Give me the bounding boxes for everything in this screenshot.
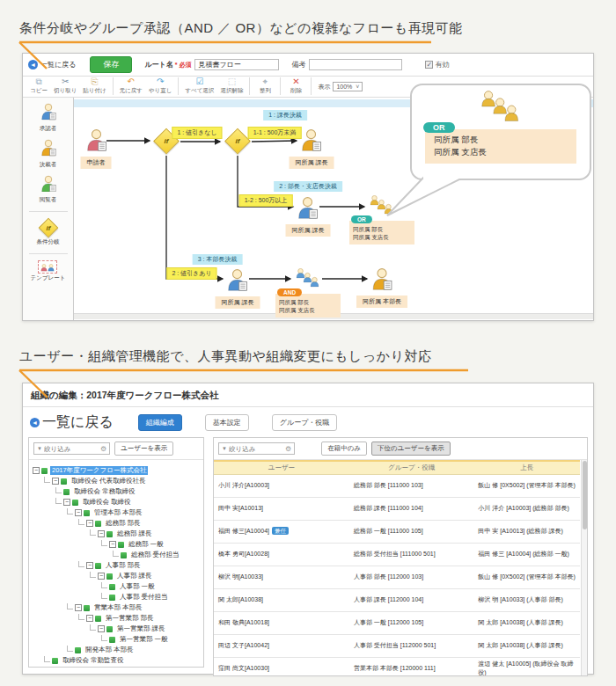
paste-button[interactable]: ⎘貼り付け [83, 77, 106, 95]
org-tab-bar: ◄ 一覧に戻る 組織編成基本設定グループ・役職 [23, 407, 593, 437]
org-unit-icon [95, 521, 101, 527]
tree-node[interactable]: 総務部 受付担当 [33, 550, 202, 560]
collapse-icon[interactable]: − [98, 530, 105, 537]
palette-item-3[interactable]: 閲覧者 [40, 175, 57, 205]
tree-node[interactable]: 取締役会 常勤監査役 [33, 655, 202, 666]
group-cell: 総務部 部長 [111000 103] [349, 474, 473, 497]
table-vertical-scrollbar[interactable] [581, 460, 587, 675]
table-row[interactable]: 小川 洋介[A10003]総務部 部長 [111000 103]飯山 修 [0X… [214, 474, 580, 497]
tree-node[interactable]: −営業本部 本部長 [33, 602, 202, 613]
table-row[interactable]: 柳沢 明[A10033]人事部 部長 [112000 103]飯山 修 [0X5… [214, 566, 580, 588]
enabled-checkbox[interactable]: ✓ 有効 [425, 60, 449, 69]
cut-icon: ✂ [62, 77, 69, 86]
palette-item-1[interactable]: 承認者 [40, 103, 57, 133]
tree-node[interactable]: −第一営業部 課長 [33, 624, 202, 634]
tree-node[interactable]: −総務部 部長 [33, 518, 202, 529]
redo-button[interactable]: ↷やり直し [149, 77, 172, 95]
tree-node[interactable]: 人事部 一般 [33, 581, 202, 592]
tree-node-label: 総務部 一般 [127, 540, 165, 549]
step-label-3: 3 : 本部長決裁 [193, 254, 243, 265]
copy-button[interactable]: ⧉コピー [30, 77, 48, 95]
table-row[interactable]: 田中 実[A10013]総務部 課長 [111000 104]小川 洋介 [A1… [214, 497, 580, 520]
tree-connector [44, 477, 50, 483]
palette-item-5[interactable]: テンプレート [31, 260, 66, 282]
flow-node-group-and[interactable]: AND同所属 部長同所属 支店長 [275, 268, 341, 317]
remarks-input[interactable] [309, 59, 402, 70]
collapse-icon[interactable]: − [33, 467, 40, 474]
tree-connector [90, 624, 96, 631]
active-only-button[interactable]: 在籍中のみ [321, 442, 367, 456]
tree-node[interactable]: −取締役会 取締役 [33, 497, 202, 507]
tab-organization[interactable]: 組織編成 [138, 414, 182, 431]
tree-node[interactable]: −総務部 一般 [33, 539, 202, 550]
collapse-icon[interactable]: − [98, 573, 105, 580]
palette-item-2[interactable]: 決裁者 [40, 139, 57, 169]
table-row[interactable]: 関 太郎[A10038]人事部 課長 [112000 104]柳沢 明 [A10… [214, 588, 580, 611]
table-row[interactable]: 和田 敬典[A10018]人事部 一般 [112000 105]関 太郎 [A1… [214, 611, 580, 634]
collapse-icon[interactable]: − [75, 604, 82, 611]
table-row[interactable]: 福田 修三[A10004]兼任総務部 一般 [111000 105]田中 実 [… [214, 520, 580, 543]
tree-panel-header: ▼ ⚙ ユーザーを表示 [29, 438, 203, 460]
tree-node[interactable]: 取締役会 常務取締役 [33, 486, 202, 497]
delete-button[interactable]: ✕削除 [287, 77, 304, 95]
palette-item-4[interactable]: if条件分岐 [37, 218, 60, 246]
route-name-input[interactable] [194, 59, 279, 70]
viewer-person-icon [40, 175, 56, 196]
table-row[interactable]: 橋本 勇司[A10028]総務部 受付担当 [111000 501]福田 修三 … [214, 543, 580, 566]
tree-node-label: 人事部 一般 [118, 582, 157, 591]
scrollbar-thumb[interactable] [583, 461, 587, 529]
collapse-icon[interactable]: − [86, 615, 93, 622]
tree-node[interactable]: −管理本部 本部長 [33, 507, 202, 518]
flow-canvas[interactable]: OR 同所属 部長同所属 支店長 申請者ifif 同所属 課長 同所属 課長 O… [74, 98, 593, 320]
org-unit-icon [72, 500, 78, 506]
tree-node-label: 第一営業部 一般 [118, 635, 170, 644]
tree-node[interactable]: −人事部 部長 [33, 560, 202, 571]
tree-node[interactable]: −人事部 課長 [33, 571, 202, 581]
tab-tab3[interactable]: グループ・役職 [272, 414, 338, 431]
collapse-icon[interactable]: − [52, 478, 59, 485]
collapse-icon[interactable]: − [98, 625, 105, 632]
collapse-icon[interactable]: − [109, 541, 116, 548]
group-member-label: 同所属 部長 [353, 225, 411, 233]
toolbar-separator [178, 77, 179, 95]
approver-person-icon [40, 103, 56, 124]
table-row[interactable]: 田辺 文子[A10042]人事部 受付担当 [112000 501]関 太郎 [… [214, 634, 580, 657]
cut-button[interactable]: ✂切り取り [54, 77, 77, 95]
collapse-icon[interactable]: − [63, 499, 70, 506]
tree-node[interactable]: −第一営業部 部長 [33, 613, 202, 624]
collapse-icon[interactable]: − [86, 520, 93, 527]
show-users-button[interactable]: ユーザーを表示 [114, 442, 173, 456]
tree-node[interactable]: 第一営業部 一般 [33, 634, 202, 645]
align-button[interactable]: ⌖整列 [256, 77, 274, 95]
tree-node[interactable]: 開発本部 本部長 [33, 645, 202, 655]
flow-node-approver-kacho-low[interactable]: 同所属 課長 [216, 268, 260, 309]
toolbar-separator [280, 77, 281, 95]
undo-button[interactable]: ↶元に戻す [120, 77, 143, 95]
flow-node-approver-honbucho[interactable]: 同所属 本部長 [356, 267, 407, 308]
boss-cell: 飯山 修 [0X5002] (管理本部 本部長) [473, 566, 580, 588]
save-button[interactable]: 保存 [90, 56, 132, 73]
flow-node-applicant[interactable]: 申請者 [81, 128, 112, 169]
select-all-button[interactable]: ☑すべて選択 [185, 77, 214, 95]
tree-filter-input[interactable] [44, 445, 99, 453]
zoom-select[interactable]: 100%˅ [333, 82, 363, 91]
collapse-icon[interactable]: − [75, 509, 82, 516]
back-to-list-button[interactable]: ◄ 一覧に戻る [28, 60, 76, 69]
flow-node-if-2[interactable]: if [229, 132, 247, 150]
show-sub-users-button[interactable]: 下位のユーザーを表示 [371, 442, 451, 456]
tree-node[interactable]: −総務部 課長 [33, 529, 202, 539]
org-tree-panel: ▼ ⚙ ユーザーを表示 −2017年度ワークフロー株式会社−取締役会 代表取締役… [28, 437, 204, 668]
tree-node[interactable]: −2017年度ワークフロー株式会社 [33, 465, 202, 476]
collapse-icon[interactable]: − [86, 562, 93, 569]
user-filter-input[interactable] [229, 445, 283, 453]
tree-node[interactable]: −取締役会 代表取締役社長 [33, 476, 202, 486]
gear-icon[interactable]: ⚙ [100, 445, 106, 453]
gear-icon[interactable]: ⚙ [285, 445, 291, 453]
org-unit-icon [121, 552, 127, 558]
boss-cell: 福田 修三 [A10004] (総務部 一般) [473, 543, 580, 566]
deselect-button[interactable]: ⬚選択解除 [220, 77, 243, 95]
table-row[interactable]: 窪田 尚文[A10030]営業本部 本部長 [120000 111]渡辺 健太 … [214, 657, 580, 676]
org-back-to-list-button[interactable]: ◄ 一覧に戻る [30, 413, 114, 432]
tab-tab2[interactable]: 基本設定 [205, 414, 249, 431]
tree-node[interactable]: 人事部 受付担当 [33, 592, 202, 602]
